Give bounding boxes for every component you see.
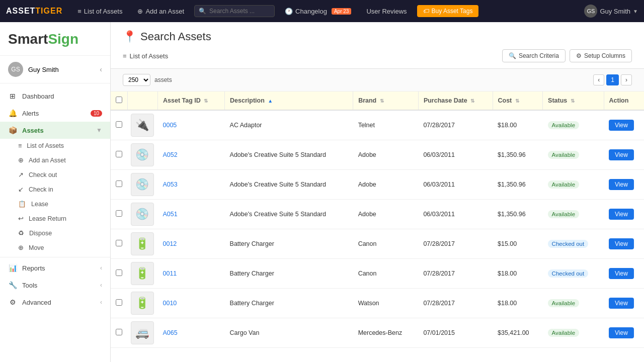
- th-purchase-date[interactable]: Purchase Date ⇅: [418, 92, 493, 110]
- asset-tag-link[interactable]: A053: [163, 181, 178, 188]
- view-button[interactable]: View: [609, 179, 634, 190]
- action-cell[interactable]: View: [604, 289, 644, 318]
- action-cell[interactable]: View: [604, 170, 644, 200]
- th-status[interactable]: Status ⇅: [543, 92, 604, 110]
- sidebar-item-lease[interactable]: 📋 Lease: [0, 197, 110, 211]
- action-cell[interactable]: View: [604, 110, 644, 140]
- row-checkbox[interactable]: [116, 210, 122, 217]
- row-checkbox-cell[interactable]: [111, 110, 128, 140]
- asset-tag-link[interactable]: 0012: [163, 240, 177, 247]
- row-checkbox-cell[interactable]: [111, 140, 128, 170]
- status-badge: Available: [548, 210, 579, 218]
- per-page-select[interactable]: 25 50 100 250: [123, 74, 150, 86]
- next-page-button[interactable]: ›: [621, 74, 632, 85]
- search-criteria-button[interactable]: 🔍 Search Criteria: [502, 49, 566, 62]
- asset-tag-id-cell[interactable]: A051: [158, 200, 225, 229]
- buy-asset-tags-button[interactable]: 🏷 Buy Asset Tags: [417, 5, 479, 17]
- row-checkbox[interactable]: [116, 121, 122, 128]
- per-page-dropdown[interactable]: 25 50 100 250: [123, 74, 150, 86]
- row-checkbox[interactable]: [116, 269, 122, 276]
- sidebar-item-lease-return[interactable]: ↩ Lease Return: [0, 211, 110, 226]
- asset-image-cell: 🔋: [128, 229, 158, 259]
- asset-tag-id-cell[interactable]: A065: [158, 318, 225, 348]
- setup-columns-button[interactable]: ⚙ Setup Columns: [570, 49, 632, 62]
- sidebar-item-tools[interactable]: 🔧 Tools ‹: [0, 277, 110, 294]
- sidebar-user[interactable]: GS Guy Smith ‹: [0, 56, 110, 83]
- nav-add-asset[interactable]: ⊕ Add an Asset: [132, 6, 189, 17]
- prev-page-button[interactable]: ‹: [593, 74, 604, 85]
- row-checkbox-cell[interactable]: [111, 200, 128, 229]
- clock-icon: 🕐: [285, 8, 293, 15]
- th-brand[interactable]: Brand ⇅: [353, 92, 419, 110]
- table-row: 💿 A052 Adobe's Creative Suite 5 Standard…: [111, 140, 644, 170]
- sidebar-item-dispose[interactable]: ♻ Dispose: [0, 226, 110, 240]
- cost-cell: $18.00: [493, 289, 543, 318]
- sidebar-item-advanced[interactable]: ⚙ Advanced ‹: [0, 294, 110, 311]
- asset-tag-id-cell[interactable]: 0010: [158, 289, 225, 318]
- description-cell: Adobe's Creative Suite 5 Standard: [225, 140, 353, 170]
- asset-image-cell: 🚐: [128, 318, 158, 348]
- th-cost[interactable]: Cost ⇅: [493, 92, 543, 110]
- description-cell: Adobe's Creative Suite 5 Standard: [225, 200, 353, 229]
- row-checkbox-cell[interactable]: [111, 170, 128, 200]
- row-checkbox[interactable]: [116, 329, 122, 335]
- top-search-bar[interactable]: 🔍 Search Assets ...: [194, 5, 275, 17]
- row-checkbox-cell[interactable]: [111, 229, 128, 259]
- asset-tag-link[interactable]: A052: [163, 151, 178, 158]
- row-checkbox[interactable]: [116, 180, 122, 187]
- sidebar-item-dashboard[interactable]: ⊞ Dashboard: [0, 87, 110, 105]
- user-menu[interactable]: GS Guy Smith ▼: [584, 5, 638, 18]
- view-button[interactable]: View: [609, 268, 634, 279]
- asset-tag-id-cell[interactable]: 0012: [158, 229, 225, 259]
- action-cell[interactable]: View: [604, 140, 644, 170]
- th-asset-tag-id[interactable]: Asset Tag ID ⇅: [158, 92, 225, 110]
- asset-tag-id-cell[interactable]: A052: [158, 140, 225, 170]
- sidebar-navigation: ⊞ Dashboard 🔔 Alerts 10 📦 Assets ▼ ≡ Lis…: [0, 83, 110, 315]
- current-page-button[interactable]: 1: [606, 74, 619, 85]
- sidebar-item-reports[interactable]: 📊 Reports ‹: [0, 259, 110, 277]
- row-checkbox-cell[interactable]: [111, 289, 128, 318]
- sidebar-item-add-asset[interactable]: ⊕ Add an Asset: [0, 153, 110, 167]
- view-button[interactable]: View: [609, 238, 634, 249]
- view-button[interactable]: View: [609, 209, 634, 220]
- th-description[interactable]: Description ▲: [225, 92, 353, 110]
- asset-image: 💿: [131, 143, 154, 166]
- action-cell[interactable]: View: [604, 229, 644, 259]
- app-logo[interactable]: ASSETTIGER: [6, 7, 62, 16]
- sidebar-item-checkout[interactable]: ↗ Check out: [0, 167, 110, 182]
- asset-tag-id-cell[interactable]: 0005: [158, 110, 225, 140]
- asset-tag-id-cell[interactable]: A053: [158, 170, 225, 200]
- asset-tag-link[interactable]: 0011: [163, 270, 177, 277]
- asset-tag-link[interactable]: A051: [163, 211, 178, 218]
- row-checkbox[interactable]: [116, 240, 122, 246]
- description-cell: Battery Charger: [225, 259, 353, 289]
- action-cell[interactable]: View: [604, 200, 644, 229]
- asset-tag-link[interactable]: A065: [163, 329, 178, 336]
- asset-tag-link[interactable]: 0005: [163, 122, 177, 129]
- asset-tag-link[interactable]: 0010: [163, 300, 177, 307]
- row-checkbox-cell[interactable]: [111, 259, 128, 289]
- sidebar-item-list-of-assets[interactable]: ≡ List of Assets: [0, 139, 110, 153]
- action-cell[interactable]: View: [604, 318, 644, 348]
- row-checkbox-cell[interactable]: [111, 318, 128, 348]
- sidebar: SmartSign GS Guy Smith ‹ ⊞ Dashboard 🔔 A…: [0, 22, 111, 362]
- select-all-checkbox[interactable]: [116, 97, 122, 103]
- view-button[interactable]: View: [609, 298, 634, 309]
- brand-cell: Canon: [353, 229, 419, 259]
- sidebar-item-move[interactable]: ⊕ Move: [0, 240, 110, 255]
- view-button[interactable]: View: [609, 120, 634, 131]
- row-checkbox[interactable]: [116, 151, 122, 157]
- sidebar-item-checkin[interactable]: ↙ Check in: [0, 182, 110, 197]
- nav-changelog[interactable]: 🕐 Changelog Apr 23: [280, 6, 356, 17]
- sidebar-item-alerts[interactable]: 🔔 Alerts 10: [0, 105, 110, 122]
- select-all-header[interactable]: [111, 92, 128, 110]
- sidebar-item-assets[interactable]: 📦 Assets ▼: [0, 122, 110, 139]
- cost-cell: $1,350.96: [493, 140, 543, 170]
- view-button[interactable]: View: [609, 327, 634, 338]
- nav-list-of-assets[interactable]: ≡ List of Assets: [72, 6, 127, 17]
- action-cell[interactable]: View: [604, 259, 644, 289]
- view-button[interactable]: View: [609, 149, 634, 160]
- nav-user-reviews[interactable]: User Reviews: [361, 6, 412, 17]
- asset-tag-id-cell[interactable]: 0011: [158, 259, 225, 289]
- row-checkbox[interactable]: [116, 299, 122, 306]
